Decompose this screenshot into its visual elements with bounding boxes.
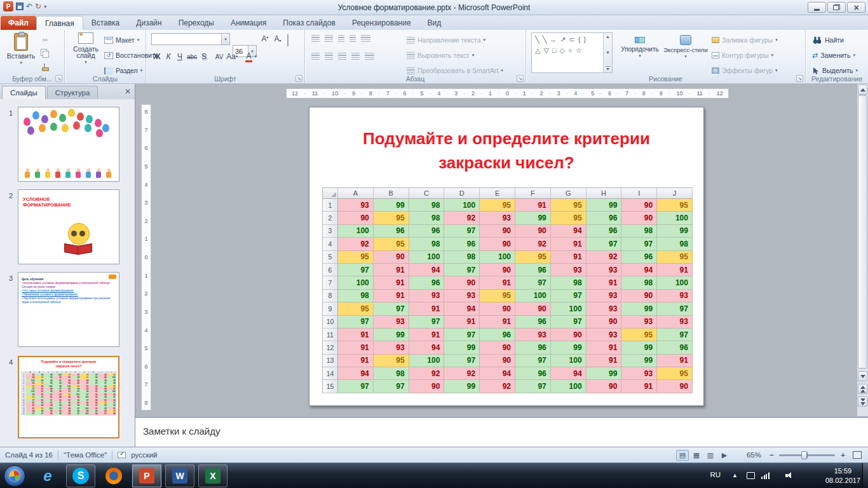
- table-cell[interactable]: 98: [338, 290, 374, 302]
- table-cell[interactable]: 90: [480, 238, 515, 250]
- table-cell[interactable]: 91: [374, 290, 409, 302]
- taskbar-powerpoint-active[interactable]: P: [132, 464, 161, 487]
- column-header[interactable]: E: [480, 188, 515, 199]
- select-all-corner[interactable]: [323, 188, 338, 199]
- table-cell[interactable]: 98: [657, 238, 693, 250]
- network-icon[interactable]: [761, 472, 770, 479]
- grow-font-button[interactable]: А▴: [259, 32, 271, 45]
- ribbon-tab-Вставка[interactable]: Вставка: [83, 16, 128, 30]
- table-cell[interactable]: 90: [44, 412, 53, 415]
- slide-thumbnail-1[interactable]: [18, 107, 119, 182]
- table-cell[interactable]: 93: [621, 316, 657, 329]
- row-header[interactable]: 12: [323, 341, 338, 354]
- clock[interactable]: 15:59 08.02.2017: [825, 466, 860, 485]
- table-cell[interactable]: 99: [515, 212, 551, 224]
- table-cell[interactable]: 93: [480, 212, 515, 224]
- table-cell[interactable]: 94: [551, 367, 587, 380]
- table-cell[interactable]: 100: [80, 412, 89, 415]
- table-cell[interactable]: 96: [621, 251, 657, 264]
- shapes-gallery[interactable]: ╲╲↔↗⊂{} △▽□◇○☆ ▲▼▼: [531, 32, 613, 73]
- table-cell[interactable]: 99: [587, 367, 622, 380]
- row-header[interactable]: 14: [323, 367, 338, 380]
- table-cell[interactable]: 90: [374, 251, 409, 264]
- table-cell[interactable]: 91: [587, 276, 622, 289]
- table-cell[interactable]: 98: [444, 251, 480, 264]
- table-cell[interactable]: 93: [444, 290, 480, 302]
- table-cell[interactable]: 97: [515, 276, 551, 289]
- table-cell[interactable]: 100: [409, 355, 445, 367]
- table-cell[interactable]: 91: [374, 276, 409, 289]
- align-right-icon[interactable]: [338, 53, 346, 60]
- taskbar-word[interactable]: W: [165, 464, 194, 487]
- table-cell[interactable]: 91: [587, 341, 622, 354]
- table-cell[interactable]: 91: [480, 316, 515, 329]
- notes-pane[interactable]: Заметки к слайду: [135, 416, 868, 447]
- row-header[interactable]: 13: [323, 355, 338, 367]
- chevron-down-icon[interactable]: ▾: [254, 55, 257, 58]
- table-cell[interactable]: 97: [444, 264, 480, 276]
- table-cell[interactable]: 95: [657, 199, 693, 212]
- table-cell[interactable]: 97: [374, 302, 409, 315]
- ribbon-tab-Вид[interactable]: Вид: [419, 16, 450, 30]
- table-cell[interactable]: 95: [515, 251, 551, 264]
- table-cell[interactable]: 96: [515, 264, 551, 276]
- table-cell[interactable]: 92: [444, 212, 480, 224]
- table-cell[interactable]: 93: [587, 302, 622, 315]
- scrollbar-thumb[interactable]: [858, 95, 867, 369]
- row-header[interactable]: 3: [323, 225, 338, 238]
- table-cell[interactable]: 91: [657, 264, 693, 276]
- table-cell[interactable]: 92: [409, 367, 445, 380]
- table-cell[interactable]: 94: [551, 225, 587, 238]
- table-cell[interactable]: 97: [338, 380, 374, 393]
- new-slide-button[interactable]: Создать слайд ▾: [69, 32, 103, 64]
- table-cell[interactable]: 90: [480, 355, 515, 367]
- table-cell[interactable]: 99: [621, 355, 657, 367]
- table-cell[interactable]: 90: [444, 276, 480, 289]
- previous-slide-button[interactable]: [858, 384, 867, 394]
- table-cell[interactable]: 100: [409, 251, 445, 264]
- ribbon-tab-Дизайн[interactable]: Дизайн: [128, 16, 170, 30]
- taskbar-internet-explorer[interactable]: e: [33, 464, 62, 487]
- table-cell[interactable]: 96: [444, 238, 480, 250]
- table-cell[interactable]: 93: [551, 264, 587, 276]
- table-cell[interactable]: 100: [444, 199, 480, 212]
- column-header[interactable]: A: [338, 188, 374, 199]
- table-cell[interactable]: 97: [657, 302, 693, 315]
- row-header[interactable]: 10: [323, 316, 338, 329]
- table-cell[interactable]: 93: [374, 341, 409, 354]
- table-cell[interactable]: 97: [71, 412, 80, 415]
- table-cell[interactable]: 97: [444, 329, 480, 341]
- column-header[interactable]: D: [444, 188, 480, 199]
- close-button[interactable]: ×: [847, 2, 865, 13]
- increase-indent-icon[interactable]: [349, 35, 356, 42]
- slide-table[interactable]: ABCDEFGHIJ193999810095919599909529095989…: [322, 187, 693, 393]
- clipboard-dialog-launcher[interactable]: ↘: [55, 75, 62, 82]
- align-left-icon[interactable]: [311, 53, 320, 60]
- ribbon-tab-Главная[interactable]: Главная: [36, 16, 83, 30]
- column-header[interactable]: C: [409, 188, 445, 199]
- table-cell[interactable]: 91: [480, 276, 515, 289]
- table-cell[interactable]: 90: [551, 329, 587, 341]
- zoom-slider-thumb[interactable]: [801, 451, 807, 459]
- row-header[interactable]: 4: [323, 238, 338, 250]
- table-cell[interactable]: 93: [374, 316, 409, 329]
- table-cell[interactable]: 98: [409, 199, 445, 212]
- table-cell[interactable]: 95: [374, 238, 409, 250]
- table-cell[interactable]: 99: [621, 341, 657, 354]
- vertical-ruler[interactable]: 87654321012345678: [141, 104, 151, 410]
- table-cell[interactable]: 96: [515, 316, 551, 329]
- table-cell[interactable]: 100: [657, 276, 693, 289]
- table-cell[interactable]: 96: [515, 341, 551, 354]
- table-cell[interactable]: 91: [551, 251, 587, 264]
- table-cell[interactable]: 97: [621, 238, 657, 250]
- start-button[interactable]: [4, 465, 25, 487]
- table-cell[interactable]: 90: [621, 290, 657, 302]
- table-cell[interactable]: 99: [621, 302, 657, 315]
- columns-icon[interactable]: [365, 53, 374, 60]
- show-desktop-button[interactable]: [862, 463, 868, 488]
- zoom-in-button[interactable]: +: [841, 451, 845, 459]
- justify-icon[interactable]: [351, 53, 360, 60]
- ribbon-tab-file[interactable]: Файл: [1, 16, 36, 30]
- save-icon[interactable]: [16, 3, 24, 10]
- ribbon-tab-Анимация[interactable]: Анимация: [222, 16, 275, 30]
